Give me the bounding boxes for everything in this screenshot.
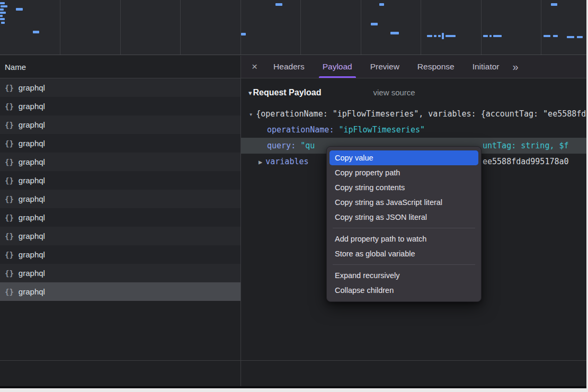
collapsed-triangle-icon[interactable]: ▶: [259, 158, 262, 166]
payload-root-row[interactable]: ▾{operationName: "ipFlowTimeseries", var…: [241, 106, 586, 122]
property-value: "ipFlowTimeseries": [338, 125, 425, 135]
request-row[interactable]: {}graphql: [0, 97, 240, 115]
request-row[interactable]: {}graphql: [0, 208, 240, 227]
request-row[interactable]: {}graphql: [0, 78, 240, 97]
timeline-request-bar: [438, 35, 441, 37]
timeline-request-bar: [33, 31, 39, 33]
context-menu: Copy valueCopy property pathCopy string …: [326, 146, 482, 302]
section-collapse-icon[interactable]: ▾: [248, 89, 252, 97]
timeline-request-bar: [427, 35, 432, 37]
timeline-request-bar: [1, 5, 7, 7]
request-row[interactable]: {}graphql: [0, 227, 240, 245]
request-row[interactable]: {}graphql: [0, 153, 240, 171]
request-row[interactable]: {}graphql: [0, 190, 240, 208]
timeline-gridline: [180, 0, 181, 55]
request-name: graphql: [19, 287, 45, 296]
timeline-request-bar: [241, 33, 246, 35]
request-row[interactable]: {}graphql: [0, 282, 240, 301]
menu-item[interactable]: Add property path to watch: [329, 231, 478, 246]
request-name: graphql: [19, 157, 45, 166]
request-row[interactable]: {}graphql: [0, 115, 240, 134]
timeline-request-bar: [577, 36, 583, 38]
request-row[interactable]: {}graphql: [0, 264, 240, 282]
json-braces-icon: {}: [5, 251, 14, 259]
json-braces-icon: {}: [5, 213, 14, 222]
property-preview-clipped: ee5588fdad995178a0: [483, 154, 569, 170]
payload-row-operation-name[interactable]: operationName:"ipFlowTimeseries": [241, 122, 586, 138]
devtools-window: Name {}graphql{}graphql{}graphql{}graphq…: [0, 0, 586, 388]
timeline-request-bar: [0, 2, 5, 4]
request-name: graphql: [19, 120, 45, 129]
request-name: graphql: [19, 213, 45, 222]
timeline-gridline: [541, 0, 541, 55]
request-table-panel: Name {}graphql{}graphql{}graphql{}graphq…: [0, 56, 241, 386]
timeline-request-bar: [0, 12, 6, 14]
more-tabs-icon[interactable]: »: [513, 61, 519, 72]
menu-item[interactable]: Expand recursively: [329, 268, 478, 283]
request-name: graphql: [19, 194, 45, 203]
tab-headers[interactable]: Headers: [264, 56, 314, 78]
property-key: operationName:: [267, 125, 334, 135]
request-list: {}graphql{}graphql{}graphql{}graphql{}gr…: [0, 78, 240, 301]
timeline-request-bar: [446, 35, 456, 37]
json-braces-icon: {}: [5, 121, 14, 129]
menu-item[interactable]: Collapse children: [329, 283, 478, 298]
timeline-gridline: [421, 0, 421, 55]
menu-item[interactable]: Store as global variable: [329, 246, 478, 261]
timeline-gridline: [300, 0, 301, 55]
detail-tab-bar: × HeadersPayloadPreviewResponseInitiator…: [241, 56, 586, 78]
request-name: graphql: [19, 176, 45, 185]
property-value-clipped: untTag: string, $f: [483, 138, 569, 154]
json-braces-icon: {}: [5, 195, 14, 203]
timeline-request-bar: [0, 15, 3, 17]
view-source-link[interactable]: view source: [373, 88, 415, 97]
summary-divider: [0, 360, 586, 361]
tab-payload[interactable]: Payload: [314, 56, 361, 78]
timeline-request-bar: [551, 3, 557, 6]
timeline-request-bar: [544, 35, 550, 37]
json-braces-icon: {}: [5, 269, 14, 278]
request-name: graphql: [19, 102, 45, 111]
timeline-gridline: [240, 0, 241, 55]
timeline-gridline: [120, 0, 121, 55]
close-icon[interactable]: ×: [252, 61, 257, 73]
request-row[interactable]: {}graphql: [0, 171, 240, 190]
menu-item[interactable]: Copy string as JavaScript literal: [329, 195, 478, 210]
timeline-request-bar: [390, 32, 399, 34]
detail-tabs: HeadersPayloadPreviewResponseInitiator: [264, 56, 508, 78]
request-payload-section: ▾ Request Payload view source: [241, 88, 586, 97]
timeline-gridline: [60, 0, 60, 55]
timeline-request-bar: [483, 35, 488, 37]
json-braces-icon: {}: [5, 139, 14, 148]
property-key: variables: [265, 157, 308, 166]
menu-item[interactable]: Copy string as JSON literal: [329, 210, 478, 225]
payload-root-preview: {operationName: "ipFlowTimeseries", vari…: [256, 109, 586, 119]
menu-item[interactable]: Copy value: [329, 150, 478, 165]
timeline-request-bar: [553, 35, 558, 37]
menu-item[interactable]: Copy string contents: [329, 180, 478, 195]
tab-response[interactable]: Response: [408, 56, 464, 78]
request-row[interactable]: {}graphql: [0, 134, 240, 153]
timeline-request-bar: [16, 8, 23, 11]
timeline-request-bar: [567, 36, 574, 38]
tab-initiator[interactable]: Initiator: [464, 56, 509, 78]
request-name: graphql: [19, 231, 45, 240]
timeline-request-bar: [434, 35, 436, 37]
name-column-label: Name: [5, 63, 26, 72]
tab-preview[interactable]: Preview: [361, 56, 408, 78]
request-name: graphql: [19, 83, 45, 92]
menu-separator: [333, 264, 475, 265]
expand-triangle-icon[interactable]: ▾: [249, 111, 253, 118]
json-braces-icon: {}: [5, 102, 14, 111]
request-row[interactable]: {}graphql: [0, 245, 240, 264]
timeline-request-bar: [0, 18, 5, 20]
json-braces-icon: {}: [5, 232, 14, 240]
timeline-request-bar: [0, 8, 4, 11]
menu-item[interactable]: Copy property path: [329, 165, 478, 180]
request-name: graphql: [19, 269, 45, 278]
property-value: "qu: [300, 141, 315, 150]
name-column-header[interactable]: Name: [0, 56, 240, 78]
timeline-request-bar: [442, 33, 444, 39]
network-overview-timeline[interactable]: [0, 0, 586, 55]
timeline-request-bar: [493, 35, 502, 37]
